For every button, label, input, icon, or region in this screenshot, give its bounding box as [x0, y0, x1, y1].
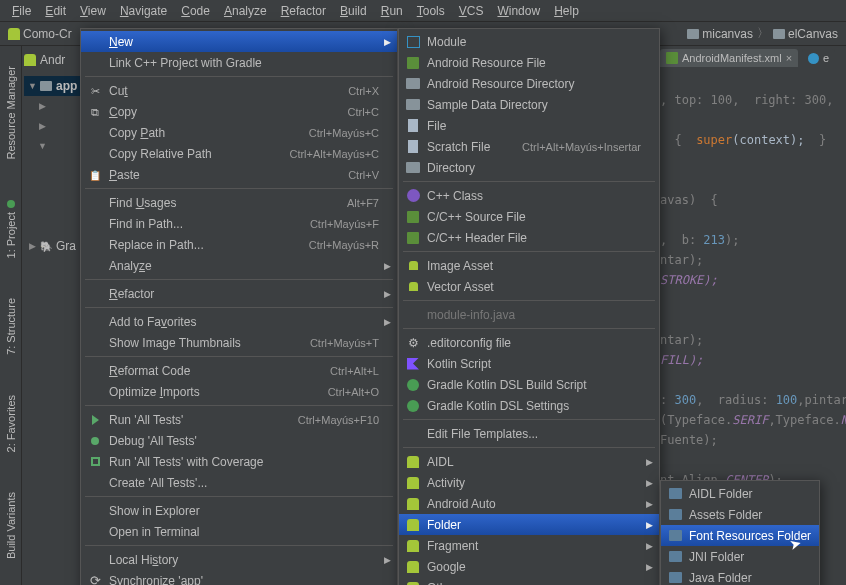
tool-window-stripe[interactable]: 7: Structure: [5, 298, 17, 355]
menu-shortcut: Ctrl+Mayús+C: [285, 127, 379, 139]
menubar-item-tools[interactable]: Tools: [411, 2, 451, 20]
menu-item-fragment[interactable]: Fragment▶: [399, 535, 659, 556]
menu-item-android-resource-file[interactable]: Android Resource File: [399, 52, 659, 73]
menu-item-show-image-thumbnails[interactable]: Show Image ThumbnailsCtrl+Mayús+T: [81, 332, 397, 353]
menu-item-find-in-path[interactable]: Find in Path...Ctrl+Mayús+F: [81, 213, 397, 234]
menu-item-module[interactable]: Module: [399, 31, 659, 52]
menu-item-replace-in-path[interactable]: Replace in Path...Ctrl+Mayús+R: [81, 234, 397, 255]
menubar-item-build[interactable]: Build: [334, 2, 373, 20]
tool-window-stripe[interactable]: Build Variants: [5, 492, 17, 559]
menu-item-add-to-favorites[interactable]: Add to Favorites▶: [81, 311, 397, 332]
menubar-item-view[interactable]: View: [74, 2, 112, 20]
close-icon[interactable]: ×: [786, 52, 792, 64]
menu-item-c-c-source-file[interactable]: C/C++ Source File: [399, 206, 659, 227]
tree-node-gradle[interactable]: ▶ 🐘 Gra: [24, 236, 80, 256]
code-line: Fuente);: [660, 433, 718, 447]
menubar-item-analyze[interactable]: Analyze: [218, 2, 273, 20]
menu-separator: [403, 181, 655, 182]
menu-item-kotlin-script[interactable]: Kotlin Script: [399, 353, 659, 374]
menu-separator: [403, 300, 655, 301]
editor-tab[interactable]: AndroidManifest.xml ×: [660, 49, 798, 67]
menu-item-label: Show Image Thumbnails: [109, 336, 280, 350]
menubar-item-run[interactable]: Run: [375, 2, 409, 20]
menu-item-scratch-file[interactable]: Scratch FileCtrl+Alt+Mayús+Insertar: [399, 136, 659, 157]
menu-item-label: Scratch File: [427, 140, 492, 154]
menu-item-show-in-explorer[interactable]: Show in Explorer: [81, 500, 397, 521]
menu-item-vector-asset[interactable]: Vector Asset: [399, 276, 659, 297]
menu-item-android-auto[interactable]: Android Auto▶: [399, 493, 659, 514]
menu-item-android-resource-directory[interactable]: Android Resource Directory: [399, 73, 659, 94]
menu-item-editorconfig-file[interactable]: .editorconfig file: [399, 332, 659, 353]
menubar-item-edit[interactable]: Edit: [39, 2, 72, 20]
menu-item-run-all-tests-with-coverage[interactable]: Run 'All Tests' with Coverage: [81, 451, 397, 472]
project-tree-tab[interactable]: Andr: [24, 50, 80, 70]
menu-item-synchronize-app[interactable]: Synchronize 'app': [81, 570, 397, 585]
menu-item-image-asset[interactable]: Image Asset: [399, 255, 659, 276]
menu-item-label: AIDL Folder: [689, 487, 801, 501]
menu-item-module-info-java[interactable]: module-info.java: [399, 304, 659, 325]
menu-item-optimize-imports[interactable]: Optimize ImportsCtrl+Alt+O: [81, 381, 397, 402]
menu-item-label: Open in Terminal: [109, 525, 379, 539]
editor-tab[interactable]: e: [802, 49, 835, 67]
breadcrumb-item[interactable]: elCanvas: [773, 27, 838, 41]
menu-item-debug-all-tests[interactable]: Debug 'All Tests': [81, 430, 397, 451]
menu-item-analyze[interactable]: Analyze▶: [81, 255, 397, 276]
folder-icon: [687, 29, 699, 39]
menu-item-edit-file-templates[interactable]: Edit File Templates...: [399, 423, 659, 444]
menu-item-new[interactable]: New▶: [81, 31, 397, 52]
menubar-item-file[interactable]: File: [6, 2, 37, 20]
menu-item-activity[interactable]: Activity▶: [399, 472, 659, 493]
tree-node[interactable]: ▶: [24, 116, 80, 136]
menubar: FileEditViewNavigateCodeAnalyzeRefactorB…: [0, 0, 846, 22]
tool-window-stripe[interactable]: 1: Project: [5, 212, 17, 258]
menu-item-run-all-tests[interactable]: Run 'All Tests'Ctrl+Mayús+F10: [81, 409, 397, 430]
menu-item-assets-folder[interactable]: Assets Folder: [661, 504, 819, 525]
menu-item-label: Kotlin Script: [427, 357, 641, 371]
project-tree[interactable]: Andr ▼ app ▶ ▶ ▼ ▶ 🐘 Gra: [22, 46, 82, 260]
menu-item-label: Cut: [109, 84, 318, 98]
tool-window-stripe[interactable]: 2: Favorites: [5, 395, 17, 452]
menu-item-sample-data-directory[interactable]: Sample Data Directory: [399, 94, 659, 115]
menu-item-refactor[interactable]: Refactor▶: [81, 283, 397, 304]
menu-item-aidl-folder[interactable]: AIDL Folder: [661, 483, 819, 504]
menu-item-jni-folder[interactable]: JNI Folder: [661, 546, 819, 567]
breadcrumb-item[interactable]: Como-Cr: [8, 27, 72, 41]
menu-item-folder[interactable]: Folder▶: [399, 514, 659, 535]
menu-item-gradle-kotlin-dsl-build-script[interactable]: Gradle Kotlin DSL Build Script: [399, 374, 659, 395]
menu-item-local-history[interactable]: Local History▶: [81, 549, 397, 570]
menu-item-gradle-kotlin-dsl-settings[interactable]: Gradle Kotlin DSL Settings: [399, 395, 659, 416]
menu-item-create-all-tests[interactable]: Create 'All Tests'...: [81, 472, 397, 493]
menu-item-font-resources-folder[interactable]: Font Resources Folder: [661, 525, 819, 546]
tree-node[interactable]: ▼: [24, 136, 80, 156]
menu-item-copy-path[interactable]: Copy PathCtrl+Mayús+C: [81, 122, 397, 143]
tree-node[interactable]: ▶: [24, 96, 80, 116]
menu-item-c-class[interactable]: C++ Class: [399, 185, 659, 206]
menu-item-other[interactable]: Other▶: [399, 577, 659, 585]
menu-item-copy[interactable]: CopyCtrl+C: [81, 101, 397, 122]
menu-item-reformat-code[interactable]: Reformat CodeCtrl+Alt+L: [81, 360, 397, 381]
menubar-item-code[interactable]: Code: [175, 2, 216, 20]
menu-item-open-in-terminal[interactable]: Open in Terminal: [81, 521, 397, 542]
breadcrumb-item[interactable]: micanvas: [687, 27, 753, 41]
menu-item-c-c-header-file[interactable]: C/C++ Header File: [399, 227, 659, 248]
menu-item-copy-relative-path[interactable]: Copy Relative PathCtrl+Alt+Mayús+C: [81, 143, 397, 164]
menu-item-java-folder[interactable]: Java Folder: [661, 567, 819, 585]
menu-item-find-usages[interactable]: Find UsagesAlt+F7: [81, 192, 397, 213]
menu-item-cut[interactable]: CutCtrl+X: [81, 80, 397, 101]
menubar-item-vcs[interactable]: VCS: [453, 2, 490, 20]
menu-item-aidl[interactable]: AIDL▶: [399, 451, 659, 472]
menu-item-link-c-project-with-gradle[interactable]: Link C++ Project with Gradle: [81, 52, 397, 73]
menu-item-google[interactable]: Google▶: [399, 556, 659, 577]
menu-separator: [403, 251, 655, 252]
bc-label: micanvas: [702, 27, 753, 41]
menubar-item-navigate[interactable]: Navigate: [114, 2, 173, 20]
tool-window-stripe[interactable]: Resource Manager: [5, 66, 17, 160]
tree-node-app[interactable]: ▼ app: [24, 76, 80, 96]
menubar-item-refactor[interactable]: Refactor: [275, 2, 332, 20]
code-editor[interactable]: , top: 100, right: 300, botto { super(co…: [660, 70, 846, 550]
menubar-item-help[interactable]: Help: [548, 2, 585, 20]
menu-item-directory[interactable]: Directory: [399, 157, 659, 178]
menu-item-file[interactable]: File: [399, 115, 659, 136]
menubar-item-window[interactable]: Window: [491, 2, 546, 20]
menu-item-paste[interactable]: PasteCtrl+V: [81, 164, 397, 185]
